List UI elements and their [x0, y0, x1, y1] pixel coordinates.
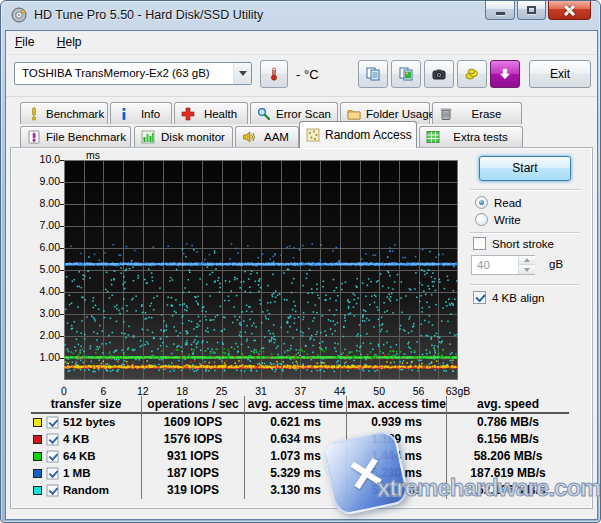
hdtune-app-icon — [11, 7, 27, 23]
tab-aam[interactable]: AAM — [235, 126, 299, 147]
app-window: HD Tune Pro 5.50 - Hard Disk/SSD Utility… — [0, 0, 601, 523]
random-access-panel: ms 10.09.008.007.006.005.004.003.002.001… — [10, 147, 593, 509]
table-cell: 187 IOPS — [141, 465, 244, 482]
tab-extra-tests-label: Extra tests — [453, 131, 507, 143]
maximize-button[interactable] — [517, 1, 546, 20]
write-radio[interactable] — [475, 213, 488, 226]
col-transfer-size: transfer size — [31, 396, 141, 414]
series-checkbox[interactable] — [47, 417, 59, 429]
random-access-scatter-plot — [64, 160, 458, 380]
table-cell: 58.206 MB/s — [446, 448, 569, 465]
short-stroke-option[interactable]: Short stroke — [473, 237, 554, 250]
tab-health[interactable]: Health — [174, 102, 248, 124]
tab-disk-monitor[interactable]: Disk monitor — [134, 126, 233, 147]
align-checkbox[interactable] — [473, 291, 486, 304]
file-benchmark-icon — [27, 130, 41, 144]
table-cell: 0.939 ms — [346, 414, 446, 431]
trash-icon — [439, 107, 453, 121]
drive-select-combobox[interactable]: TOSHIBA TransMemory-Ex2 (63 gB) — [14, 62, 252, 85]
series-checkbox[interactable] — [47, 485, 59, 497]
tab-random-access[interactable]: Random Access — [299, 121, 417, 148]
tab-aam-label: AAM — [264, 131, 289, 143]
titlebar[interactable]: HD Tune Pro 5.50 - Hard Disk/SSD Utility — [1, 1, 600, 30]
window-title: HD Tune Pro 5.50 - Hard Disk/SSD Utility — [34, 1, 263, 30]
chevron-down-icon[interactable] — [233, 63, 251, 84]
table-row-label: 64 KB — [31, 448, 141, 465]
arrow-down-icon — [498, 67, 512, 81]
table-cell: 0.621 ms — [244, 414, 346, 431]
tab-benchmark-label: Benchmark — [46, 108, 104, 120]
col-avg-speed: avg. speed — [446, 396, 569, 414]
separator — [470, 189, 580, 191]
series-swatch — [33, 452, 42, 461]
copy-image-icon — [399, 67, 413, 81]
tab-file-benchmark-label: File Benchmark — [46, 131, 126, 143]
tab-info-label: Info — [141, 108, 160, 120]
separator — [470, 284, 580, 286]
tab-info[interactable]: Info — [110, 102, 172, 124]
short-stroke-size-value: 40 — [477, 256, 490, 274]
menubar: File Help — [6, 31, 597, 55]
tab-extra-tests[interactable]: Extra tests — [419, 126, 523, 147]
col-operations: operations / sec — [141, 396, 244, 414]
copy-image-button[interactable] — [391, 60, 421, 88]
tab-health-label: Health — [204, 108, 237, 120]
table-cell: 6.156 MB/s — [446, 431, 569, 448]
temperature-value: - °C — [296, 67, 319, 82]
drive-select-value: TOSHIBA TransMemory-Ex2 (63 gB) — [22, 63, 210, 84]
table-cell: 1609 IOPS — [141, 414, 244, 431]
align-option[interactable]: 4 KB align — [473, 291, 544, 304]
read-option[interactable]: Read — [475, 196, 522, 209]
col-max-access: max. access time — [346, 396, 446, 414]
short-stroke-label: Short stroke — [492, 238, 554, 250]
tab-erase[interactable]: Erase — [432, 102, 522, 124]
series-swatch — [33, 435, 42, 444]
write-label: Write — [494, 214, 521, 226]
menu-file[interactable]: File — [6, 31, 43, 49]
menu-help[interactable]: Help — [48, 31, 91, 49]
read-radio[interactable] — [475, 196, 488, 209]
folder-icon — [347, 107, 361, 121]
temperature-button[interactable] — [260, 60, 288, 88]
tab-random-access-label: Random Access — [325, 128, 412, 142]
series-checkbox[interactable] — [47, 468, 59, 480]
exit-button[interactable]: Exit — [529, 60, 591, 88]
short-stroke-checkbox[interactable] — [473, 237, 486, 250]
thermometer-icon — [267, 67, 281, 81]
benchmark-icon — [27, 107, 41, 121]
read-label: Read — [494, 197, 522, 209]
minimize-button[interactable] — [485, 1, 515, 20]
magnifier-icon — [257, 107, 271, 121]
start-button[interactable]: Start — [479, 156, 571, 181]
tab-erase-label: Erase — [471, 108, 501, 120]
client-area: File Help TOSHIBA TransMemory-Ex2 (63 gB… — [5, 30, 598, 520]
minimize-icon — [496, 12, 505, 15]
table-row-label: 4 KB — [31, 431, 141, 448]
tab-benchmark[interactable]: Benchmark — [20, 102, 108, 124]
spinner-down-button[interactable] — [519, 265, 535, 274]
align-label: 4 KB align — [492, 292, 544, 304]
random-access-icon — [306, 128, 320, 142]
short-stroke-size-spinner[interactable]: 40 — [471, 255, 535, 275]
screenshot-button[interactable] — [424, 60, 454, 88]
series-checkbox[interactable] — [47, 434, 59, 446]
tab-file-benchmark[interactable]: File Benchmark — [20, 126, 131, 147]
series-checkbox[interactable] — [47, 451, 59, 463]
table-cell: 319 IOPS — [141, 482, 244, 499]
table-row-label: 1 MB — [31, 465, 141, 482]
maximize-icon — [527, 6, 536, 14]
write-option[interactable]: Write — [475, 213, 521, 226]
tab-error-scan-label: Error Scan — [276, 108, 331, 120]
table-row-label: 512 bytes — [31, 414, 141, 431]
spinner-up-button[interactable] — [519, 256, 535, 265]
tabstrip: Benchmark Info Health Error Scan Folder … — [6, 97, 597, 147]
bar-chart-icon — [141, 130, 155, 144]
table-cell: 0.786 MB/s — [446, 414, 569, 431]
close-button[interactable] — [548, 1, 591, 20]
save-results-button[interactable] — [457, 60, 487, 88]
short-stroke-unit: gB — [549, 258, 563, 270]
camera-icon — [432, 67, 446, 81]
copy-text-button[interactable] — [358, 60, 388, 88]
update-check-button[interactable] — [490, 60, 520, 88]
tab-disk-monitor-label: Disk monitor — [161, 131, 225, 143]
